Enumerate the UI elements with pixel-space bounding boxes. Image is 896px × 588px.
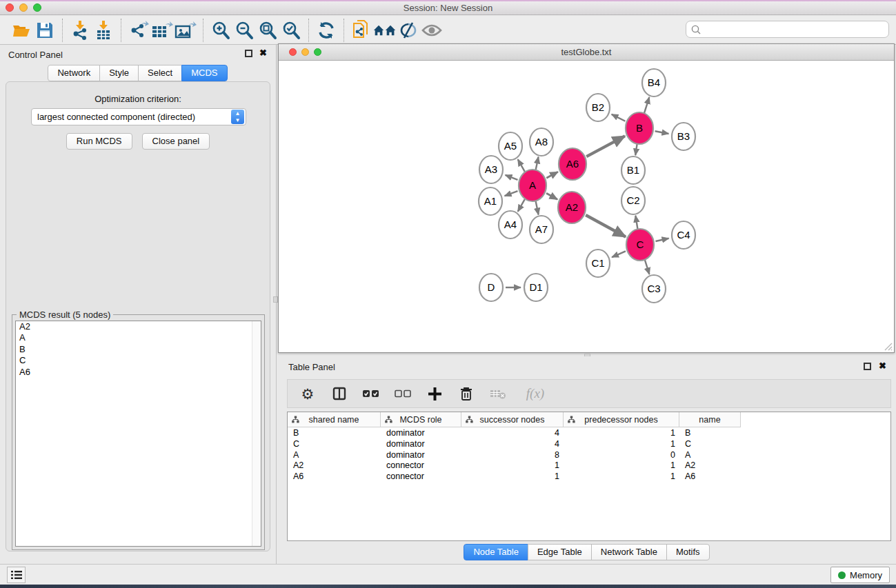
show-all-views-button[interactable] (373, 19, 397, 42)
tab-select[interactable]: Select (138, 65, 182, 81)
new-network-from-selection-button[interactable] (350, 19, 373, 42)
delete-table-button[interactable] (489, 383, 507, 404)
graph-node-A1[interactable]: A1 (479, 187, 502, 215)
delete-column-button[interactable] (457, 383, 475, 404)
graph-node-C4[interactable]: C4 (672, 221, 695, 249)
tab-network[interactable]: Network (48, 65, 100, 81)
edge-C-C4[interactable] (655, 239, 668, 241)
zoom-in-button[interactable] (209, 19, 232, 42)
edge-A-A5[interactable] (518, 159, 525, 172)
edge-A2-C[interactable] (586, 215, 626, 236)
edge-A6-B[interactable] (586, 136, 625, 156)
select-all-button[interactable] (362, 383, 380, 404)
graph-node-A7[interactable]: A7 (530, 216, 553, 243)
network-canvas[interactable]: AA1A2A3A4A5A6A7A8BB1B2B3B4CC1C2C3C4DD1 (279, 61, 893, 352)
edge-B-B2[interactable] (612, 114, 626, 121)
column-header-successor-nodes[interactable]: successor nodes (461, 412, 564, 427)
add-column-button[interactable] (426, 383, 444, 404)
zoom-out-button[interactable] (232, 19, 256, 42)
graph-node-C3[interactable]: C3 (642, 275, 666, 303)
close-panel-icon[interactable]: ✖ (259, 48, 267, 58)
graph-node-B4[interactable]: B4 (642, 69, 666, 97)
mcds-result-item[interactable]: B (16, 344, 261, 355)
edge-B-B3[interactable] (655, 131, 669, 134)
mcds-list-scrollbar[interactable] (252, 321, 261, 546)
memory-button[interactable]: Memory (830, 567, 890, 583)
zoom-selected-button[interactable] (279, 19, 303, 42)
graph-node-A6[interactable]: A6 (559, 148, 586, 180)
edge-C-C2[interactable] (635, 216, 637, 230)
close-panel-button[interactable]: Close panel (142, 133, 210, 150)
column-header-shared-name[interactable]: shared name (288, 412, 381, 427)
table-row[interactable]: Adominator80A (288, 449, 890, 460)
graph-node-C1[interactable]: C1 (586, 250, 610, 277)
export-table-button[interactable] (150, 19, 174, 42)
export-network-button[interactable] (127, 19, 150, 42)
column-header-predecessor-nodes[interactable]: predecessor nodes (564, 412, 679, 427)
zoom-fit-button[interactable] (256, 19, 279, 42)
graph-node-A2[interactable]: A2 (558, 192, 586, 223)
tab-style[interactable]: Style (99, 65, 139, 81)
birdseye-view-button[interactable] (420, 19, 444, 42)
edge-A-A6[interactable] (546, 172, 558, 178)
resize-grip-icon[interactable] (883, 341, 893, 351)
graph-node-C2[interactable]: C2 (621, 187, 645, 214)
edge-B-B4[interactable] (644, 97, 649, 113)
graph-node-B2[interactable]: B2 (586, 94, 610, 121)
edge-A-A1[interactable] (505, 191, 518, 196)
table-row[interactable]: Bdominator41B (288, 427, 890, 438)
vertical-splitter-handle[interactable] (273, 296, 278, 303)
search-input[interactable] (701, 23, 888, 37)
column-header-MCDS-role[interactable]: MCDS role (381, 412, 461, 427)
run-mcds-button[interactable]: Run MCDS (66, 133, 132, 150)
table-float-panel-icon[interactable] (864, 363, 871, 370)
edge-A-A4[interactable] (518, 199, 525, 212)
save-session-button[interactable] (33, 19, 57, 42)
function-builder-button[interactable]: f(x) (521, 383, 550, 404)
tab-network-table[interactable]: Network Table (591, 544, 667, 560)
graph-node-A4[interactable]: A4 (499, 211, 522, 239)
float-panel-icon[interactable] (245, 50, 252, 57)
mcds-result-item[interactable]: A6 (16, 367, 261, 378)
table-row[interactable]: A6connector11A6 (288, 471, 890, 482)
graph-node-A[interactable]: A (519, 170, 546, 201)
table-row[interactable]: A2connector11A2 (288, 460, 890, 471)
graph-node-A5[interactable]: A5 (499, 132, 522, 160)
edge-C-C1[interactable] (612, 251, 626, 257)
graph-node-A3[interactable]: A3 (479, 156, 503, 183)
open-session-button[interactable] (10, 19, 33, 42)
table-row[interactable]: Cdominator41C (288, 438, 890, 449)
tab-mcds[interactable]: MCDS (181, 65, 227, 81)
graph-node-D[interactable]: D (479, 274, 503, 301)
show-columns-button[interactable] (330, 383, 348, 404)
graphics-details-button[interactable] (397, 19, 420, 42)
criterion-select[interactable]: largest connected component (directed) ▲… (31, 108, 246, 125)
export-image-button[interactable] (174, 19, 197, 42)
tab-node-table[interactable]: Node Table (464, 544, 528, 560)
table-close-panel-icon[interactable]: ✖ (879, 361, 886, 371)
import-network-button[interactable] (68, 19, 92, 42)
import-table-button[interactable] (92, 19, 115, 42)
mcds-result-item[interactable]: C (16, 355, 261, 366)
task-history-button[interactable] (7, 567, 26, 583)
edge-C-C3[interactable] (645, 260, 650, 274)
edge-B-B1[interactable] (635, 144, 637, 155)
refresh-button[interactable] (315, 19, 338, 42)
edge-A-A2[interactable] (546, 193, 557, 199)
graph-node-B3[interactable]: B3 (672, 123, 695, 150)
graph-node-B[interactable]: B (626, 112, 653, 144)
edge-A-A7[interactable] (536, 201, 539, 215)
graph-node-A8[interactable]: A8 (530, 128, 553, 156)
mcds-result-list[interactable]: A2ABCA6 (15, 321, 261, 547)
edge-A-A8[interactable] (536, 157, 539, 170)
graph-node-D1[interactable]: D1 (524, 274, 548, 301)
edge-A-A3[interactable] (506, 175, 518, 180)
mcds-result-item[interactable]: A2 (16, 321, 261, 332)
column-header-name[interactable]: name (679, 412, 741, 427)
tab-edge-table[interactable]: Edge Table (528, 544, 592, 560)
search-box[interactable] (686, 21, 889, 38)
table-settings-button[interactable]: ⚙ (299, 383, 317, 404)
graph-node-C[interactable]: C (626, 229, 654, 261)
deselect-all-button[interactable] (394, 383, 412, 404)
mcds-result-item[interactable]: A (16, 332, 261, 343)
